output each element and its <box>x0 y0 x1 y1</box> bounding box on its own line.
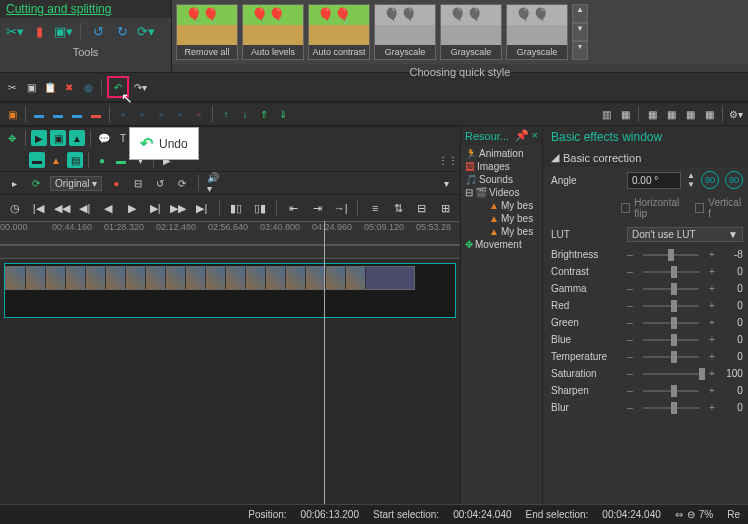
tree-sounds[interactable]: 🎵Sounds <box>463 173 540 186</box>
align-1[interactable]: ▬ <box>31 106 47 122</box>
mark-in-icon[interactable]: ▮▯ <box>228 199 245 217</box>
slider-minus[interactable]: – <box>625 249 635 260</box>
style-auto-levels[interactable]: Auto levels <box>242 4 304 60</box>
slider-minus[interactable]: – <box>625 351 635 362</box>
slider-track[interactable] <box>643 305 699 307</box>
style-grayscale-1[interactable]: Grayscale <box>374 4 436 60</box>
move-icon[interactable]: ✥ <box>4 130 20 146</box>
sort-icon[interactable]: ⇅ <box>390 199 407 217</box>
merge-icon[interactable]: ⊟ <box>130 175 146 191</box>
slider-track[interactable] <box>643 339 699 341</box>
rect-icon[interactable]: ▬ <box>113 152 129 168</box>
volume-icon[interactable]: 🔊▾ <box>207 175 223 191</box>
tree-clip-1[interactable]: ▲My bes <box>463 199 540 212</box>
preview-mode-dropdown[interactable]: Original ▾ <box>50 176 102 191</box>
rotate-left-90-icon[interactable]: ↺ <box>89 22 107 40</box>
snap-5[interactable]: ▫ <box>191 106 207 122</box>
group-icon[interactable]: ▣ <box>4 106 20 122</box>
slider-minus[interactable]: – <box>625 334 635 345</box>
style-more[interactable]: ▾ <box>572 41 588 60</box>
chart-obj-icon[interactable]: ▤ <box>67 152 83 168</box>
record-icon[interactable]: ● <box>108 175 124 191</box>
slider-plus[interactable]: + <box>707 368 717 379</box>
angle-input[interactable] <box>627 172 681 189</box>
tree-clip-3[interactable]: ▲My bes <box>463 225 540 238</box>
slider-minus[interactable]: – <box>625 300 635 311</box>
arrow-down2-icon[interactable]: ⇓ <box>275 106 291 122</box>
preview-dd[interactable]: ▾ <box>438 175 454 191</box>
jump-out-icon[interactable]: ⇥ <box>309 199 326 217</box>
mark-out-icon[interactable]: ▯▮ <box>251 199 268 217</box>
style-grayscale-3[interactable]: Grayscale <box>506 4 568 60</box>
vflip-checkbox[interactable]: Vertical f <box>695 197 743 219</box>
slider-track[interactable] <box>643 390 699 392</box>
zoom-out-status[interactable]: ⊖ <box>687 509 695 520</box>
tree-images[interactable]: 🖼Images <box>463 160 540 173</box>
slider-plus[interactable]: + <box>707 402 717 413</box>
copy-icon[interactable]: ▣ <box>23 79 39 95</box>
rect-obj-icon[interactable]: ▬ <box>29 152 45 168</box>
clock-icon[interactable]: ◷ <box>6 199 23 217</box>
arrow-up-icon[interactable]: ↑ <box>218 106 234 122</box>
playhead[interactable] <box>324 221 325 524</box>
crop-icon[interactable]: ▣▾ <box>54 22 72 40</box>
delete-icon[interactable]: ✖ <box>61 79 77 95</box>
settings-icon[interactable]: ⚙▾ <box>728 106 744 122</box>
tree-movement[interactable]: ✥Movement <box>463 238 540 251</box>
select-icon[interactable]: ◎ <box>80 79 96 95</box>
style-remove-all[interactable]: Remove all <box>176 4 238 60</box>
goto-icon[interactable]: →| <box>332 199 349 217</box>
slider-plus[interactable]: + <box>707 266 717 277</box>
slider-track[interactable] <box>643 288 699 290</box>
align-2[interactable]: ▬ <box>50 106 66 122</box>
video-track[interactable] <box>4 263 456 318</box>
rewind-icon[interactable]: ◀◀ <box>53 199 70 217</box>
skip-start-icon[interactable]: |◀ <box>29 199 46 217</box>
slider-track[interactable] <box>643 407 699 409</box>
slider-plus[interactable]: + <box>707 385 717 396</box>
snap-1[interactable]: ▫ <box>115 106 131 122</box>
snap-2[interactable]: ▫ <box>134 106 150 122</box>
basic-correction-header[interactable]: ◢Basic correction <box>543 148 748 167</box>
slider-track[interactable] <box>643 271 699 273</box>
slider-plus[interactable]: + <box>707 351 717 362</box>
cut-tool-icon[interactable]: ✂▾ <box>6 22 24 40</box>
layers-1[interactable]: ▥ <box>598 106 614 122</box>
grid-1[interactable]: ▦ <box>644 106 660 122</box>
comment-icon[interactable]: 💬 <box>96 130 112 146</box>
repeat-icon[interactable]: ⟳ <box>174 175 190 191</box>
grid-4[interactable]: ▦ <box>701 106 717 122</box>
jump-in-icon[interactable]: ⇤ <box>285 199 302 217</box>
slider-minus[interactable]: – <box>625 317 635 328</box>
tree-videos[interactable]: ⊟🎬Videos <box>463 186 540 199</box>
loop-icon[interactable]: ↺ <box>152 175 168 191</box>
slider-minus[interactable]: – <box>625 368 635 379</box>
tree-clip-2[interactable]: ▲My bes <box>463 212 540 225</box>
razor-icon[interactable]: ▮ <box>30 22 48 40</box>
rotate-cw-icon[interactable]: 90 <box>725 171 743 189</box>
redo-icon[interactable]: ↷▾ <box>132 79 148 95</box>
slider-track[interactable] <box>643 356 699 358</box>
prev-frame-icon[interactable]: ◀| <box>76 199 93 217</box>
slider-minus[interactable]: – <box>625 402 635 413</box>
lut-dropdown[interactable]: Don't use LUT ▼ <box>627 227 743 242</box>
style-auto-contrast[interactable]: Auto contrast <box>308 4 370 60</box>
cutting-splitting-title[interactable]: Cutting and splitting <box>6 2 111 16</box>
grid-2[interactable]: ▦ <box>663 106 679 122</box>
slider-track[interactable] <box>643 254 699 256</box>
slider-plus[interactable]: + <box>707 300 717 311</box>
align-3[interactable]: ▬ <box>69 106 85 122</box>
arrow-up2-icon[interactable]: ⇑ <box>256 106 272 122</box>
slider-track[interactable] <box>643 322 699 324</box>
timeline[interactable]: 00.00000:44.16001:28.32002:12.48002:56.6… <box>0 221 460 524</box>
zoom-in-icon[interactable]: ⊞ <box>437 199 454 217</box>
slider-plus[interactable]: + <box>707 317 717 328</box>
fastfwd-icon[interactable]: ▶▶ <box>170 199 187 217</box>
time-ruler[interactable]: 00.00000:44.16001:28.32002:12.48002:56.6… <box>0 221 460 245</box>
slider-minus[interactable]: – <box>625 385 635 396</box>
hflip-checkbox[interactable]: Horizontal flip <box>621 197 689 219</box>
next-icon[interactable]: ▶| <box>146 199 163 217</box>
video-clip[interactable] <box>5 266 415 290</box>
pin-icon[interactable]: 📌 × <box>515 129 538 142</box>
slider-minus[interactable]: – <box>625 283 635 294</box>
